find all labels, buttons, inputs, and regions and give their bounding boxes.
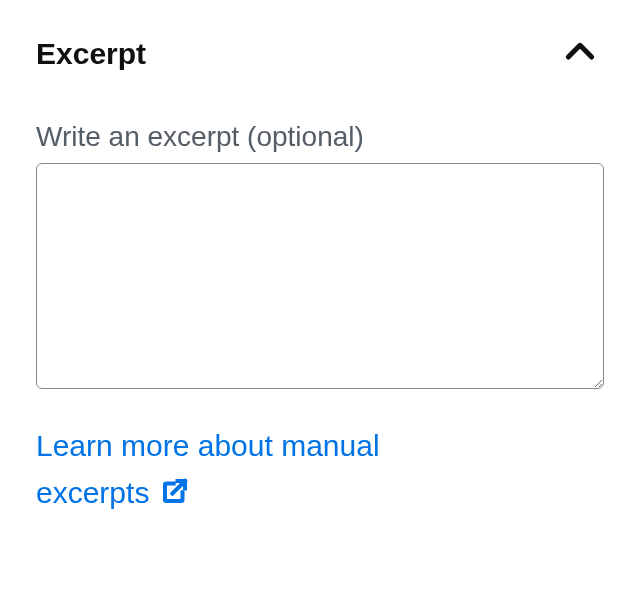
excerpt-panel-title: Excerpt [36,37,146,71]
excerpt-panel-header: Excerpt [36,28,604,79]
excerpt-help-link-text: Learn more about manual excerpts [36,429,380,509]
excerpt-field-label: Write an excerpt (optional) [36,121,604,153]
excerpt-panel-toggle-button[interactable] [556,28,604,79]
excerpt-help-link-wrap: Learn more about manual excerpts [36,423,456,518]
excerpt-textarea[interactable] [36,163,604,389]
external-link-icon [160,471,190,518]
excerpt-help-link[interactable]: Learn more about manual excerpts [36,429,380,509]
chevron-up-icon [560,32,600,75]
excerpt-panel: Excerpt Write an excerpt (optional) Lear… [0,0,640,546]
